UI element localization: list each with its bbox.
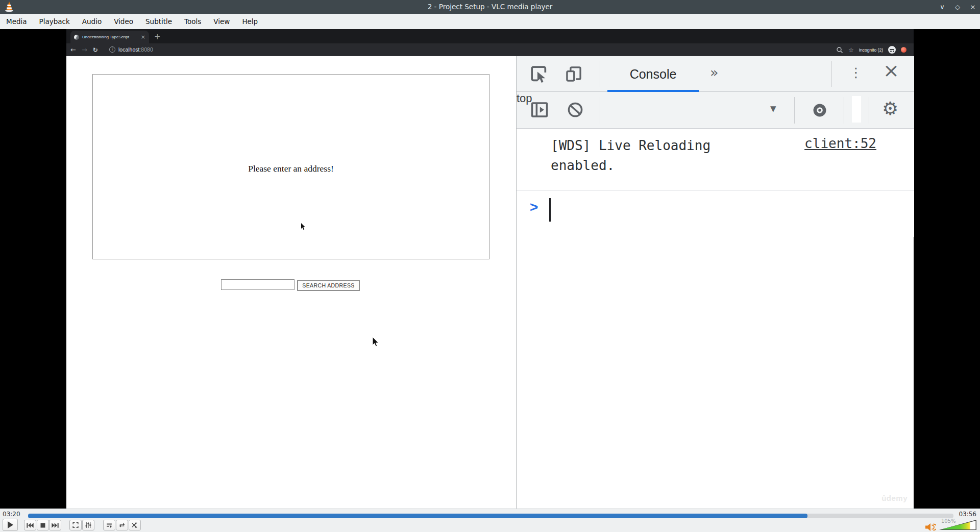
zoom-icon[interactable] (836, 46, 843, 54)
menu-view[interactable]: View (213, 17, 230, 26)
incognito-icon (888, 46, 896, 54)
devtools-panel: Console » ⋮ × (516, 56, 914, 509)
new-tab-button[interactable]: + (154, 31, 161, 42)
url-port: :8080 (139, 46, 153, 53)
url-host: localhost (118, 46, 139, 53)
seek-bar[interactable] (28, 514, 953, 518)
vlc-control-bar: 03:20 03:56 (0, 509, 980, 532)
tab-favicon-icon (74, 35, 79, 40)
live-expression-eye-icon[interactable] (811, 101, 829, 119)
stop-button[interactable] (37, 520, 49, 530)
profile-avatar[interactable] (901, 47, 906, 53)
mouse-cursor-large (372, 337, 380, 347)
reload-icon[interactable]: ↻ (93, 46, 98, 54)
menu-playback[interactable]: Playback (39, 17, 70, 26)
show-sidebar-icon[interactable] (529, 99, 550, 120)
volume-percent: 105% (941, 518, 956, 524)
minimize-button[interactable]: ∨ (938, 3, 946, 11)
separator (869, 97, 869, 124)
shuffle-button[interactable] (129, 520, 141, 530)
video-stage[interactable]: Understanding TypeScript × + ← → ↻ i loc… (0, 29, 980, 509)
next-button[interactable] (49, 520, 61, 530)
time-total: 03:56 (959, 511, 976, 518)
console-source-link[interactable]: client:52 (804, 136, 876, 151)
console-settings-gear-icon[interactable]: ⚙ (882, 98, 898, 119)
filter-input[interactable] (852, 96, 861, 123)
inspect-element-icon[interactable] (529, 64, 549, 84)
mouse-cursor-small (301, 223, 306, 230)
text-caret (549, 198, 551, 222)
browser-tab[interactable]: Understanding TypeScript × (70, 31, 149, 43)
maximize-button[interactable]: ◇ (953, 3, 962, 11)
tab-title: Understanding TypeScript (82, 35, 138, 39)
menu-help[interactable]: Help (242, 17, 258, 26)
menu-video[interactable]: Video (114, 17, 133, 26)
play-button[interactable] (3, 519, 18, 531)
device-toolbar-icon[interactable] (564, 64, 584, 84)
page-message: Please enter an address! (92, 163, 489, 174)
devtools-close-icon[interactable]: × (883, 59, 899, 82)
browser-viewport: Please enter an address! SEARCH ADDRESS (66, 56, 914, 509)
window-title: 2 - Project Setup - VLC media player (0, 0, 980, 14)
seek-fill (28, 514, 807, 518)
address-input[interactable] (221, 279, 295, 290)
bookmark-star-icon[interactable]: ☆ (848, 46, 854, 54)
address-bar[interactable]: localhost:8080 (118, 43, 153, 56)
back-icon[interactable]: ← (70, 46, 76, 54)
menu-audio[interactable]: Audio (82, 17, 102, 26)
browser-tabstrip: Understanding TypeScript × + (66, 29, 914, 43)
devtools-header: Console » ⋮ × (517, 56, 914, 92)
more-tabs-icon[interactable]: » (710, 64, 719, 80)
console-tab-label: Console (607, 56, 699, 92)
playlist-button[interactable] (103, 520, 115, 530)
console-message-row: [WDS] Live Reloading enabled. client:52 (517, 129, 914, 191)
time-elapsed: 03:20 (3, 511, 20, 518)
browser-urlbar: ← → ↻ i localhost:8080 ☆ Incognito (2) (66, 43, 914, 56)
extended-settings-button[interactable] (82, 520, 94, 530)
web-page: Please enter an address! SEARCH ADDRESS (66, 56, 516, 509)
separator (831, 61, 832, 87)
tab-console[interactable]: Console (607, 56, 699, 92)
udemy-watermark: ûdemy (881, 494, 908, 502)
separator (844, 97, 844, 124)
vlc-window: 2 - Project Setup - VLC media player ∨ ◇… (0, 0, 980, 532)
menu-bar: Media Playback Audio Video Subtitle Tool… (0, 14, 980, 29)
forward-icon[interactable]: → (82, 46, 87, 54)
video-frame: Understanding TypeScript × + ← → ↻ i loc… (66, 29, 914, 509)
context-dropdown-icon[interactable]: ▼ (770, 104, 776, 113)
previous-button[interactable] (24, 520, 36, 530)
separator (794, 97, 795, 124)
close-button[interactable]: × (969, 3, 977, 11)
menu-tools[interactable]: Tools (184, 17, 201, 26)
tab-close-icon[interactable]: × (141, 34, 145, 40)
separator (600, 61, 600, 87)
separator (600, 97, 600, 124)
search-address-button[interactable]: SEARCH ADDRESS (297, 280, 360, 291)
console-prompt-row[interactable]: > (517, 191, 914, 237)
site-info-icon[interactable]: i (109, 46, 115, 53)
fullscreen-button[interactable] (69, 520, 82, 530)
clear-console-icon[interactable] (566, 100, 585, 119)
menu-subtitle[interactable]: Subtitle (145, 17, 172, 26)
console-toolbar: top ▼ ⚙ (517, 92, 914, 129)
volume-speaker-icon[interactable] (925, 523, 936, 531)
titlebar: 2 - Project Setup - VLC media player ∨ ◇… (0, 0, 980, 14)
menu-media[interactable]: Media (6, 17, 27, 26)
devtools-menu-icon[interactable]: ⋮ (849, 65, 863, 80)
incognito-label: Incognito (2) (859, 47, 883, 53)
console-message: [WDS] Live Reloading enabled. (551, 136, 755, 176)
prompt-chevron-icon: > (530, 199, 538, 215)
loop-button[interactable] (116, 520, 128, 530)
